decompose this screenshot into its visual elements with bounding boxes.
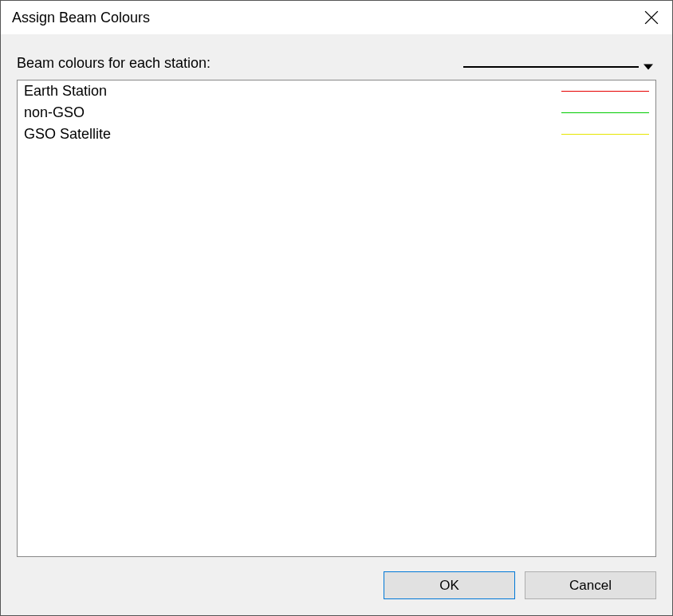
- dialog-title: Assign Beam Colours: [12, 10, 150, 26]
- assign-beam-colours-dialog: Assign Beam Colours Beam colours for eac…: [0, 0, 673, 616]
- header-row: Beam colours for each station:: [17, 47, 656, 72]
- titlebar: Assign Beam Colours: [1, 1, 672, 34]
- station-name: GSO Satellite: [24, 126, 111, 143]
- button-row: OK Cancel: [1, 571, 672, 615]
- station-row[interactable]: Earth Station: [18, 80, 655, 102]
- line-style-preview: [463, 66, 639, 68]
- station-colour-line: [561, 91, 649, 92]
- station-name: Earth Station: [24, 83, 107, 100]
- station-row[interactable]: GSO Satellite: [18, 124, 655, 145]
- ok-button[interactable]: OK: [384, 571, 515, 599]
- station-name: non-GSO: [24, 104, 85, 121]
- line-style-picker[interactable]: [463, 62, 656, 72]
- cancel-button[interactable]: Cancel: [525, 571, 656, 599]
- station-row[interactable]: non-GSO: [18, 102, 655, 124]
- svg-marker-2: [643, 64, 653, 69]
- station-colour-line: [561, 112, 649, 113]
- close-icon[interactable]: [642, 8, 661, 27]
- chevron-down-icon: [643, 62, 653, 72]
- dialog-content: Beam colours for each station: Earth Sta…: [1, 34, 672, 571]
- stations-label: Beam colours for each station:: [17, 55, 211, 72]
- station-colour-line: [561, 134, 649, 135]
- stations-listbox[interactable]: Earth Stationnon-GSOGSO Satellite: [17, 80, 656, 557]
